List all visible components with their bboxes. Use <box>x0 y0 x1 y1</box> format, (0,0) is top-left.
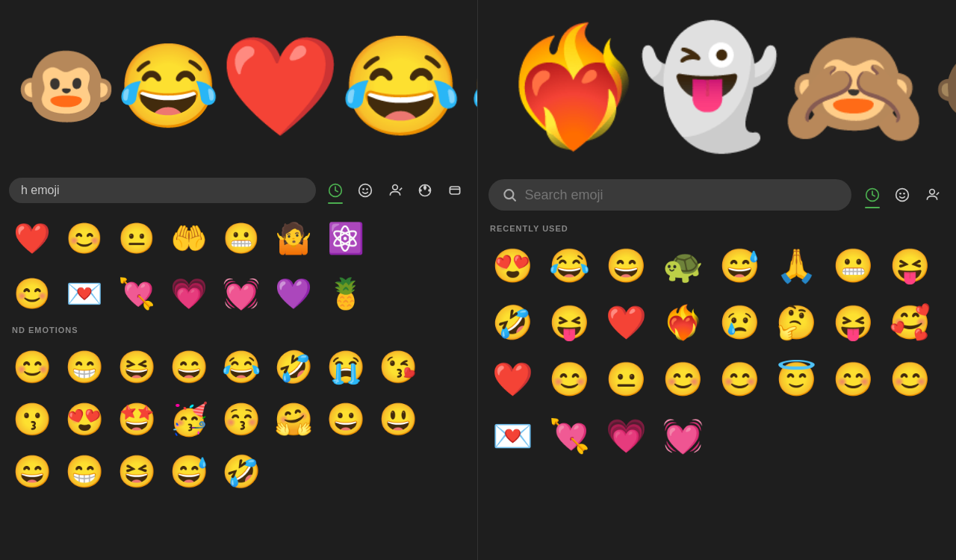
emoji-cell[interactable]: 💌 <box>58 267 111 320</box>
emoji-cell[interactable]: 😬 <box>215 212 267 264</box>
emoji-cell[interactable]: 💘 <box>111 267 163 320</box>
emoji-cell[interactable]: ❤️ <box>484 351 541 408</box>
right-cat-recent[interactable] <box>862 184 883 205</box>
emoji-cell[interactable]: 💘 <box>541 408 598 464</box>
svg-point-3 <box>366 188 368 190</box>
emoji-cell[interactable]: 😁 <box>58 340 111 393</box>
face-icon <box>358 183 373 198</box>
emoji-cell[interactable]: 😍 <box>484 237 541 294</box>
emoji-cell[interactable]: 😊 <box>6 267 58 320</box>
right-big-emoji-row: ❤️‍🔥 👻 🙈 🐵 <box>478 0 956 172</box>
left-cat-activities[interactable] <box>415 180 435 201</box>
emoji-cell[interactable]: ❤️ <box>6 212 58 264</box>
emoji-cell[interactable]: 🤣 <box>215 445 267 497</box>
emoji-cell[interactable]: 😄 <box>598 237 654 294</box>
emoji-cell[interactable]: 🤣 <box>484 294 541 351</box>
emoji-cell[interactable]: 😚 <box>215 393 267 445</box>
emoji-cell[interactable]: ❤️‍🔥 <box>654 294 711 351</box>
right-clock-icon <box>865 187 880 202</box>
emoji-cell[interactable]: 🤩 <box>111 393 163 445</box>
emoji-cell[interactable]: 💗 <box>598 408 654 464</box>
emoji-cell[interactable]: 😁 <box>58 445 111 497</box>
right-person-icon <box>925 187 940 202</box>
emoji-cell[interactable]: 😐 <box>111 212 163 264</box>
left-panel: 🐵😂 ❤️😂 😂 <box>0 0 478 560</box>
right-category-icons <box>859 184 946 205</box>
emoji-cell[interactable]: 😂 <box>215 340 267 393</box>
emoji-cell[interactable]: 😇 <box>768 351 825 408</box>
emoji-cell[interactable]: 💌 <box>484 408 541 464</box>
emoji-cell[interactable]: 😝 <box>825 294 881 351</box>
svg-point-15 <box>899 193 901 195</box>
emoji-cell[interactable]: 😝 <box>541 294 598 351</box>
left-second-row: 😊 💌 💘 💗 💓 💜 🍍 <box>0 264 477 320</box>
emoji-cell[interactable]: 😗 <box>6 393 58 445</box>
svg-line-18 <box>937 193 939 195</box>
right-scroll[interactable]: 😍 😂 😄 🐢 😅 🙏 😬 😝 🤣 😝 ❤️ ❤️‍🔥 😢 🤔 😝 🥰 ❤️ 😊… <box>478 236 956 560</box>
emoji-cell[interactable]: 😢 <box>711 294 768 351</box>
left-big-emoji-row: 🐵😂 ❤️😂 😂 <box>0 0 477 172</box>
emoji-cell[interactable]: 🥰 <box>881 294 938 351</box>
emoji-cell[interactable]: 🤔 <box>768 294 825 351</box>
right-cat-people[interactable] <box>922 184 943 205</box>
emoji-cell[interactable]: 😄 <box>6 445 58 497</box>
left-cat-food[interactable] <box>444 180 465 201</box>
emoji-cell[interactable]: 🙏 <box>768 237 825 294</box>
right-cat-face[interactable] <box>892 184 913 205</box>
left-search-row <box>0 172 477 209</box>
emoji-cell[interactable]: 😊 <box>881 351 938 408</box>
emoji-cell[interactable]: 😊 <box>654 351 711 408</box>
emoji-cell[interactable]: 🤲 <box>163 212 215 264</box>
emoji-cell[interactable]: 😆 <box>111 445 163 497</box>
left-search-input[interactable] <box>21 184 304 197</box>
emoji-cell[interactable]: 😊 <box>58 212 111 264</box>
emoji-cell[interactable]: 🍍 <box>320 267 372 320</box>
left-scroll[interactable]: ❤️ 😊 😐 🤲 😬 🤷 ⚛️ 😊 💌 💘 💗 💓 💜 🍍 ND EMOTION… <box>0 209 477 560</box>
emoji-cell[interactable]: 😐 <box>598 351 654 408</box>
emoji-cell[interactable]: 😅 <box>711 237 768 294</box>
emoji-cell[interactable]: 😅 <box>163 445 215 497</box>
svg-point-16 <box>903 193 905 195</box>
right-search-row <box>478 172 956 218</box>
emoji-cell[interactable]: 😆 <box>111 340 163 393</box>
emoji-cell[interactable]: 😀 <box>320 393 372 445</box>
emoji-cell[interactable]: 😬 <box>825 237 881 294</box>
emoji-cell[interactable]: 😂 <box>541 237 598 294</box>
right-search-input[interactable] <box>525 187 838 203</box>
emoji-cell[interactable]: 💜 <box>267 267 320 320</box>
activities-icon <box>418 183 432 198</box>
emoji-cell[interactable]: 😘 <box>372 340 424 393</box>
emoji-cell[interactable]: 🐢 <box>654 237 711 294</box>
food-icon <box>447 183 462 198</box>
big-emoji-monkey: 🐵😂 <box>15 45 220 127</box>
emoji-cell[interactable]: 🤷 <box>267 212 320 264</box>
emoji-cell[interactable]: 🤣 <box>267 340 320 393</box>
emoji-cell[interactable]: 🤗 <box>267 393 320 445</box>
svg-rect-9 <box>450 187 459 194</box>
left-cat-face[interactable] <box>355 180 376 201</box>
right-search-wrap[interactable] <box>488 179 851 211</box>
emoji-cell[interactable]: 💗 <box>163 267 215 320</box>
emoji-cell[interactable]: 😝 <box>881 237 938 294</box>
emoji-cell[interactable]: 😃 <box>372 393 424 445</box>
left-cat-people[interactable] <box>385 180 406 201</box>
emoji-cell[interactable]: 😭 <box>320 340 372 393</box>
big-emoji-laugh: 😂 <box>469 37 477 134</box>
emoji-cell[interactable]: 😍 <box>58 393 111 445</box>
emoji-cell[interactable]: 😄 <box>163 340 215 393</box>
emoji-cell[interactable]: ❤️ <box>598 294 654 351</box>
left-cat-recent[interactable] <box>325 180 346 201</box>
emoji-cell[interactable]: 💓 <box>654 408 711 464</box>
left-search-wrap[interactable] <box>9 178 316 203</box>
big-emoji-heart: ❤️😂 <box>220 37 462 134</box>
right-face-icon <box>895 187 910 202</box>
emoji-cell[interactable]: 😊 <box>541 351 598 408</box>
emoji-cell[interactable]: 🥳 <box>163 393 215 445</box>
emoji-cell[interactable]: 😊 <box>6 340 58 393</box>
emoji-cell[interactable]: 💓 <box>215 267 267 320</box>
clock-icon <box>328 183 343 198</box>
right-big-emoji-heart: ❤️‍🔥 <box>500 28 645 144</box>
emoji-cell[interactable]: 😊 <box>711 351 768 408</box>
emoji-cell[interactable]: 😊 <box>825 351 881 408</box>
emoji-cell[interactable]: ⚛️ <box>320 212 372 264</box>
